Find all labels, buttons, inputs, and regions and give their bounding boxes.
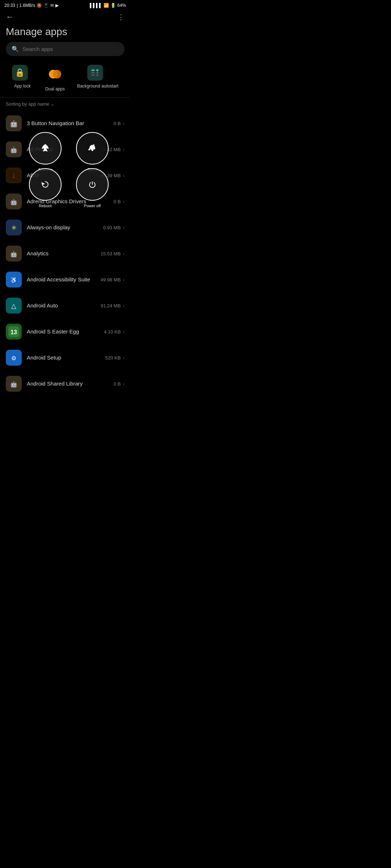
time: 20:33 (4, 3, 15, 8)
app-name-android-auto: Android Auto (27, 302, 101, 309)
reboot-button[interactable]: Reboot (29, 168, 62, 201)
chevron-icon: › (123, 251, 125, 256)
bgautostart-icon (87, 65, 103, 81)
app-meta-android-shared: 0 B › (114, 381, 125, 387)
app-meta-android-auto: 91.24 MB › (101, 303, 125, 309)
svg-text:✳: ✳ (11, 224, 17, 231)
svg-point-1 (52, 70, 61, 78)
svg-text:🤖: 🤖 (10, 381, 17, 388)
search-bar[interactable]: 🔍 (6, 42, 125, 56)
battery-percent: 64% (117, 3, 126, 8)
applock-label: App lock (14, 84, 31, 89)
battery-icon: 🔋 (110, 3, 116, 8)
whatsapp-icon: 📱 (43, 3, 49, 8)
svg-point-6 (96, 69, 98, 71)
svg-text:🤖: 🤖 (10, 146, 17, 153)
chevron-icon: › (123, 355, 125, 361)
search-input[interactable] (22, 46, 119, 52)
chevron-icon: › (123, 303, 125, 309)
svg-marker-33 (42, 183, 44, 184)
app-item-android-setup[interactable]: ⚙ Android Setup 520 KB › (0, 345, 130, 371)
dualapps-label: Dual apps (45, 86, 65, 92)
wifi-icon: 📶 (104, 3, 109, 8)
app-item-analytics[interactable]: 🤖 Analytics 15.53 MB › (0, 241, 130, 267)
chevron-icon: › (123, 199, 125, 204)
bgautostart-label: Background autostart (77, 84, 118, 89)
chevron-icon: › (123, 225, 125, 230)
app-name-android-setup: Android Setup (27, 354, 105, 361)
app-item-android-shared[interactable]: 🤖 Android Shared Library 0 B › (0, 371, 130, 397)
app-item-accessibility[interactable]: ♿ Android Accessibility Suite 49.98 MB › (0, 267, 130, 293)
app-meta-android-setup: 520 KB › (105, 355, 125, 361)
app-list: 🤖 3 Button Navigation Bar 0 B › 🤖 Ad Pri… (0, 110, 130, 397)
network-speed: 1.6MB/s (19, 3, 35, 8)
app-meta-analytics: 15.53 MB › (101, 251, 125, 256)
page-title: Manage apps (0, 25, 130, 42)
status-right: ▌▌▌▌ 📶 🔋 64% (90, 3, 126, 8)
more-button[interactable]: ⋮ (117, 13, 125, 21)
app-name-always-on: Always-on display (27, 224, 103, 231)
svg-text:13: 13 (10, 329, 17, 335)
svg-text:🤖: 🤖 (10, 251, 17, 258)
app-name-analytics: Analytics (27, 250, 101, 257)
quick-action-dualapps[interactable]: Dual apps (45, 65, 65, 92)
app-icon-always-on: ✳ (6, 220, 22, 235)
svg-rect-4 (91, 72, 95, 73)
app-icon-android-setup: ⚙ (6, 350, 22, 366)
svg-rect-5 (91, 75, 95, 76)
chevron-icon: › (123, 329, 125, 335)
app-item-adreno[interactable]: 🤖 Adreno Graphics Drivers 0 B › (0, 188, 130, 214)
svg-text:🤖: 🤖 (10, 120, 18, 128)
youtube-icon: ▶ (55, 3, 59, 8)
svg-point-8 (96, 74, 98, 76)
svg-point-7 (96, 72, 98, 74)
chevron-icon: › (123, 173, 125, 178)
quick-action-applock[interactable]: 🔒 App lock (12, 65, 33, 92)
app-icon-adm: ↓ ↑ (6, 167, 22, 183)
app-item-3-button-nav[interactable]: 🤖 3 Button Navigation Bar 0 B › (0, 110, 130, 136)
status-left: 20:33 | 1.6MB/s 🔕 📱 ✉ ▶ (4, 3, 59, 8)
sort-label: Sorting by app name (6, 101, 49, 107)
mute-icon: 🔕 (37, 3, 42, 8)
app-item-ad-privacy[interactable]: 🤖 Ad Privacy 59.62 MB › (0, 136, 130, 162)
applock-icon: 🔒 (12, 65, 28, 81)
app-icon-android-auto: △ (6, 298, 22, 314)
svg-text:🤖: 🤖 (10, 199, 17, 205)
app-icon-adreno: 🤖 (6, 193, 22, 209)
power-off-label: Power off (84, 204, 101, 208)
app-meta-accessibility: 49.98 MB › (101, 277, 125, 282)
app-icon-ad-privacy: 🤖 (6, 141, 22, 157)
app-meta-always-on: 0.93 MB › (103, 225, 125, 230)
chevron-icon: › (123, 146, 125, 152)
app-icon-android-shared: 🤖 (6, 376, 22, 392)
mail-icon: ✉ (50, 3, 54, 8)
app-item-adm[interactable]: ↓ ↑ ADM 98.39 MB › (0, 162, 130, 188)
app-item-easter-egg[interactable]: 13 Android S Easter Egg 4.10 KB › (0, 319, 130, 345)
app-name-easter-egg: Android S Easter Egg (27, 328, 104, 335)
sort-chevron-icon: ⌄ (51, 101, 55, 107)
chevron-icon: › (123, 381, 125, 387)
app-item-android-auto[interactable]: △ Android Auto 91.24 MB › (0, 293, 130, 319)
status-bar: 20:33 | 1.6MB/s 🔕 📱 ✉ ▶ ▌▌▌▌ 📶 🔋 64% (0, 0, 130, 9)
svg-text:△: △ (11, 302, 16, 310)
search-icon: 🔍 (12, 46, 19, 52)
header: ← ⋮ (0, 9, 130, 25)
app-item-always-on[interactable]: ✳ Always-on display 0.93 MB › (0, 214, 130, 241)
quick-action-bgautostart[interactable]: Background autostart (77, 65, 118, 92)
power-off-button[interactable]: Power off (76, 168, 109, 201)
back-button[interactable]: ← (6, 12, 14, 22)
chevron-icon: › (123, 120, 125, 126)
app-icon-accessibility: ♿ (6, 272, 22, 288)
svg-text:⚙: ⚙ (11, 355, 16, 361)
quick-actions: 🔒 App lock Dual apps Background autosta (0, 62, 130, 97)
dualapps-icon (46, 65, 64, 84)
app-name-accessibility: Android Accessibility Suite (27, 276, 101, 283)
reboot-label: Reboot (39, 204, 51, 208)
app-icon-analytics: 🤖 (6, 246, 22, 261)
chevron-icon: › (123, 277, 125, 282)
airplane-mode-button[interactable]: Airplane (29, 132, 62, 165)
app-meta-adreno: 0 B › (114, 199, 125, 204)
app-icon-3-button-nav: 🤖 (6, 115, 22, 131)
silent-mode-button[interactable]: Silent (76, 132, 109, 165)
sort-bar[interactable]: Sorting by app name ⌄ (0, 98, 130, 110)
